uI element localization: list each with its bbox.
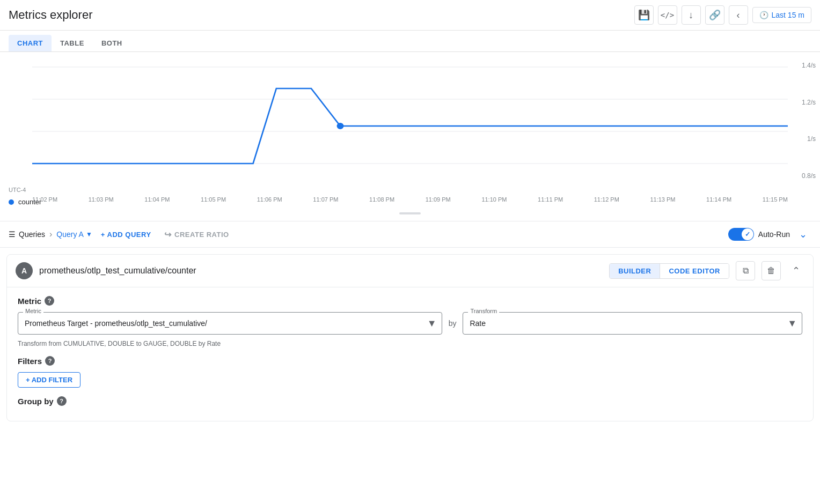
x-label-4: 11:06 PM [257,196,282,203]
clock-icon: 🕐 [759,11,768,19]
group-by-section-header: Group by ? [18,396,802,406]
metric-field-label: Metric [23,308,43,314]
chart-area: 1.4/s 1.2/s 1/s 0.8/s UTC-4 [0,52,820,221]
chart-y-labels: 1.4/s 1.2/s 1/s 0.8/s [802,62,816,180]
group-by-section: Group by ? [18,396,802,406]
toggle-track: ✓ [728,228,754,241]
delete-icon: 🗑 [767,266,775,276]
auto-run-toggle[interactable]: ✓ [728,228,754,241]
query-panel-body: Metric ? Metric Prometheus Target - prom… [7,287,813,421]
download-button[interactable]: ↓ [682,5,701,25]
tab-chart[interactable]: CHART [9,35,52,51]
header-actions: 💾 </> ↓ 🔗 ‹ 🕐 Last 15 m [634,5,811,25]
metric-help-icon[interactable]: ? [45,296,54,306]
transform-field-label: Transform [468,308,499,314]
chart-timezone: UTC-4 [0,187,820,193]
chart-svg-container [0,56,820,187]
x-label-12: 11:14 PM [706,196,731,203]
add-filter-button[interactable]: + ADD FILTER [18,372,80,388]
copy-icon: ⧉ [743,266,749,276]
check-icon: ✓ [745,231,750,238]
page-title: Metrics explorer [9,8,92,22]
x-label-11: 11:13 PM [650,196,675,203]
x-label-5: 11:07 PM [313,196,338,203]
app-header: Metrics explorer 💾 </> ↓ 🔗 ‹ 🕐 Last 15 m [0,0,820,31]
auto-run-label: Auto-Run [758,230,790,239]
breadcrumb-separator: › [49,229,52,239]
query-name-button[interactable]: Query A ▼ [56,230,92,239]
query-panel-header: A prometheus/otlp_test_cumulative/counte… [7,255,813,287]
y-label-2: 1.2/s [802,99,816,106]
chart-view-tabs: CHART TABLE BOTH [0,31,820,52]
x-label-6: 11:08 PM [369,196,394,203]
x-label-8: 11:10 PM [481,196,507,203]
x-label-2: 11:04 PM [144,196,170,203]
x-label-7: 11:09 PM [426,196,451,203]
chevron-left-icon: ‹ [737,10,740,21]
list-icon: ☰ [9,230,16,239]
x-label-9: 11:11 PM [538,196,563,203]
queries-label[interactable]: ☰ Queries [9,230,45,239]
metric-field-group: Metric Prometheus Target - prometheus/ot… [18,312,442,335]
x-label-1: 11:03 PM [89,196,114,203]
panel-tab-group: BUILDER CODE EDITOR [609,263,729,279]
chart-data-point [337,123,344,129]
code-button[interactable]: </> [658,5,677,25]
delete-button[interactable]: 🗑 [762,261,781,280]
transform-field-group: Transform Rate ▼ [463,312,802,335]
expand-less-icon: ⌃ [792,265,800,277]
resize-handle[interactable] [0,210,820,217]
create-ratio-button[interactable]: ↪ CREATE RATIO [160,227,233,242]
chart-x-labels: 11:02 PM 11:03 PM 11:04 PM 11:05 PM 11:0… [0,194,820,203]
time-range-button[interactable]: 🕐 Last 15 m [752,7,811,23]
tab-builder[interactable]: BUILDER [610,264,660,278]
y-label-3: 1/s [802,135,816,143]
auto-run-section: ✓ Auto-Run ⌄ [728,226,811,243]
save-button[interactable]: 💾 [634,5,654,25]
chevron-down-icon: ⌄ [799,228,807,240]
chart-svg [32,56,788,185]
back-button[interactable]: ‹ [729,5,748,25]
y-label-4: 0.8/s [802,172,816,180]
query-bar-collapse-button[interactable]: ⌄ [794,226,811,243]
x-label-0: 11:02 PM [32,196,57,203]
code-icon: </> [661,11,674,19]
x-label-3: 11:05 PM [201,196,226,203]
panel-collapse-button[interactable]: ⌃ [787,262,804,279]
by-label: by [449,319,457,328]
x-label-13: 11:15 PM [763,196,788,203]
tab-table[interactable]: TABLE [52,35,93,51]
download-icon: ↓ [689,10,693,21]
transform-hint: Transform from CUMULATIVE, DOUBLE to GAU… [18,340,802,347]
group-by-help-icon[interactable]: ? [57,396,67,406]
tab-both[interactable]: BOTH [93,35,131,51]
filters-section-header: Filters ? [18,356,802,366]
panel-body-scroll: Metric ? Metric Prometheus Target - prom… [7,287,813,421]
metric-section-header: Metric ? [18,296,802,306]
toggle-thumb: ✓ [742,228,753,240]
metric-select[interactable]: Prometheus Target - prometheus/otlp_test… [18,312,442,335]
ratio-icon: ↪ [164,229,172,240]
x-label-10: 11:12 PM [594,196,619,203]
tab-code-editor[interactable]: CODE EDITOR [660,264,729,278]
transform-select[interactable]: Rate [463,312,802,335]
filters-help-icon[interactable]: ? [45,356,55,366]
filters-section: Filters ? + ADD FILTER [18,356,802,388]
add-query-button[interactable]: + ADD QUERY [97,228,156,241]
link-icon: 🔗 [709,9,721,21]
copy-button[interactable]: ⧉ [736,261,755,280]
time-range-label: Last 15 m [772,11,804,19]
query-metric-name: prometheus/otlp_test_cumulative/counter [39,266,603,276]
link-button[interactable]: 🔗 [705,5,724,25]
chevron-down-icon: ▼ [86,231,92,238]
y-label-1: 1.4/s [802,62,816,69]
resize-bar[interactable] [399,212,421,214]
query-bar: ☰ Queries › Query A ▼ + ADD QUERY ↪ CREA… [0,221,820,248]
metric-input-row: Metric Prometheus Target - prometheus/ot… [18,312,802,335]
save-icon: 💾 [638,9,650,21]
query-avatar: A [16,262,33,279]
query-panel: A prometheus/otlp_test_cumulative/counte… [6,254,814,421]
